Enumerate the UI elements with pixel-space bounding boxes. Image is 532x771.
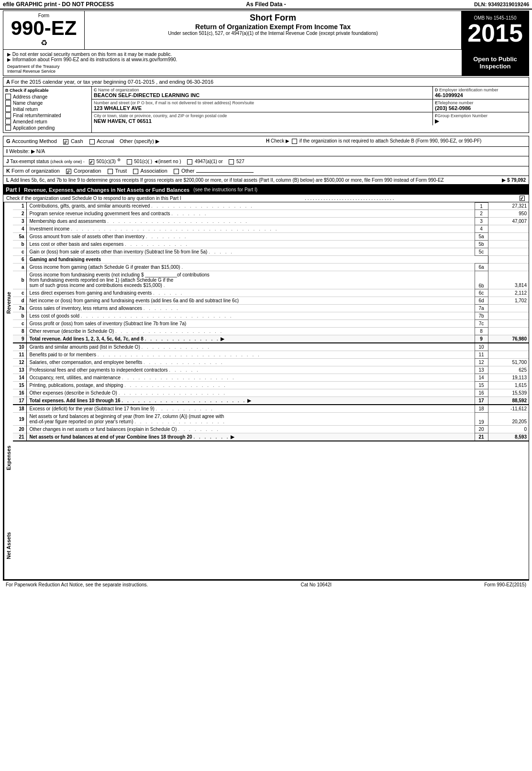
table-row: 8 Other revenue (describe in Schedule O)…: [13, 328, 529, 335]
as-filed-label: As Filed Data -: [246, 1, 286, 8]
527-block: 527: [228, 159, 244, 164]
schedule-o-dots: . . . . . . . . . . . . . . . . . . . . …: [305, 196, 394, 201]
city-block: City or town, state or province, country…: [92, 112, 433, 125]
trust-label: Trust: [115, 168, 127, 174]
section-h: H Check ▶ if the organization is not req…: [266, 138, 526, 144]
ein-value: 46-1099924: [435, 92, 527, 98]
form-org-label: Form of organization: [11, 168, 60, 174]
checkbox-amended-return[interactable]: [5, 119, 11, 124]
table-row: 20 Other changes in net assets or fund b…: [13, 426, 529, 433]
part1-label: Part I: [6, 187, 20, 193]
corp-checkbox[interactable]: ✓: [66, 169, 71, 174]
h-checkbox[interactable]: [292, 139, 297, 144]
schedule-o-checkbox[interactable]: ✓: [520, 196, 525, 201]
form-number: 990-EZ: [5, 18, 82, 38]
check-application-pending[interactable]: Application pending: [5, 125, 89, 131]
table-row: 4 Investment income . . . . . . . . . . …: [13, 225, 529, 233]
social-security-1: ▶ Do not enter social security numbers o…: [7, 52, 458, 57]
501c3-label: 501(c)(3): [96, 159, 116, 164]
other-org-block: Other: [173, 168, 254, 174]
table-row: 2 Program service revenue including gove…: [13, 210, 529, 218]
form-title-short: Short Form: [89, 13, 457, 23]
net-assets-label: Net Assets: [3, 512, 13, 579]
label-address-change: Address change: [13, 94, 47, 99]
501c3-checkbox[interactable]: ✓: [89, 159, 94, 165]
other-org-checkbox[interactable]: [174, 169, 179, 174]
table-content: 1 Contributions, gifts, grants, and simi…: [13, 202, 529, 579]
top-bar-center: As Filed Data -: [178, 1, 354, 8]
accrual-label: Accrual: [97, 138, 114, 144]
form-center-block: Short Form Return of Organization Exempt…: [85, 11, 462, 49]
section-j: J Tax-exempt status (check only one) - ✓…: [3, 156, 529, 166]
section-a-ending: , and ending 06-30-2016: [156, 79, 213, 85]
part1-title: Revenue, Expenses, and Changes in Net As…: [24, 187, 189, 193]
accounting-label: Accounting Method: [12, 138, 57, 144]
checkbox-initial-return[interactable]: [5, 106, 11, 112]
accrual-check-block: Accrual: [89, 138, 116, 144]
section-a: A For the 2015 calendar year, or tax yea…: [3, 77, 529, 87]
checkbox-address-change[interactable]: [5, 94, 11, 99]
cash-checkbox[interactable]: ✓: [63, 139, 68, 144]
expenses-label: Expenses: [3, 403, 13, 512]
check-name-change[interactable]: Name change: [5, 100, 89, 106]
top-bar-left: efile GRAPHIC print - DO NOT PROCESS: [3, 1, 178, 8]
assoc-checkbox[interactable]: [133, 169, 138, 174]
527-checkbox[interactable]: [229, 159, 234, 165]
table-row: 6 Gaming and fundraising events: [13, 256, 529, 264]
table-row: 10 Grants and similar amounts paid (list…: [13, 343, 529, 351]
gh-block: G Accounting Method ✓ Cash Accrual Other…: [3, 136, 529, 147]
check-final-return[interactable]: Final return/terminated: [5, 112, 89, 118]
table-row: 19 Net assets or fund balances at beginn…: [13, 413, 529, 426]
website-arrow: ▶: [31, 148, 35, 154]
section-g: G Accounting Method ✓ Cash Accrual Other…: [6, 138, 266, 144]
table-row: c Less direct expenses from gaming and f…: [13, 289, 529, 297]
table-row: 5a Gross amount from sale of assets othe…: [13, 233, 529, 241]
group-arrow: ▶: [435, 118, 527, 124]
4947-checkbox[interactable]: [187, 159, 192, 165]
527-label: 527: [236, 159, 244, 164]
website-value: N/A: [36, 148, 45, 154]
table-row: 17 Total expenses. Add lines 10 through …: [13, 397, 529, 405]
501c-checkbox[interactable]: [127, 159, 132, 165]
table-row: 21 Net assets or fund balances at end of…: [13, 433, 529, 441]
checkbox-final-return[interactable]: [5, 112, 11, 118]
table-row: 1 Contributions, gifts, grants, and simi…: [13, 202, 529, 210]
table-row: b Less cost of goods sold . . . . . . . …: [13, 312, 529, 320]
form-number-block: Form 990-EZ ♻: [3, 11, 85, 49]
check-address-change[interactable]: Address change: [5, 94, 89, 99]
accrual-checkbox[interactable]: [89, 139, 95, 144]
table-row: 12 Salaries, other compensation, and emp…: [13, 359, 529, 366]
gross-receipts-amount: ▶ $ 79,092: [502, 177, 526, 183]
section-labels-col: Revenue Expenses Net Assets: [3, 202, 13, 579]
revenue-table: 1 Contributions, gifts, grants, and simi…: [13, 202, 529, 442]
501c-label: 501(c)( ): [134, 159, 152, 164]
check-initial-return[interactable]: Initial return: [5, 106, 89, 112]
table-row: 18 Excess or (deficit) for the year (Sub…: [13, 405, 529, 413]
paperwork-notice: For Paperwork Reduction Act Notice, see …: [6, 582, 148, 587]
address-block: Number and street (or P O box, if mail i…: [92, 99, 433, 112]
table-row: d Net income or (loss) from gaming and f…: [13, 297, 529, 305]
address-value: 123 WHALLEY AVE: [94, 105, 431, 111]
table-row: 11 Benefits paid to or for members . . .…: [13, 351, 529, 359]
trust-checkbox[interactable]: [108, 169, 113, 174]
checkbox-application-pending[interactable]: [5, 125, 11, 131]
check-amended-return[interactable]: Amended return: [5, 119, 89, 124]
cd-row: C Name of organization BEACON SELF-DIREC…: [92, 87, 529, 99]
table-row: c Gain or (loss) from sale of assets oth…: [13, 248, 529, 256]
cash-check-block: ✓ Cash: [62, 138, 85, 144]
ein-block: D Employer identification number 46-1099…: [433, 87, 529, 99]
table-row: 14 Occupancy, rent, utilities, and maint…: [13, 374, 529, 382]
trust-block: Trust: [107, 168, 129, 174]
section-k: K Form of organization ✓ Corporation Tru…: [3, 166, 529, 176]
cash-label: Cash: [71, 138, 83, 144]
form-ref: Form 990-EZ(2015): [484, 582, 526, 587]
table-row: 9 Total revenue. Add lines 1, 2, 3, 4, 5…: [13, 335, 529, 343]
tax-label: Tax-exempt status: [10, 159, 49, 164]
city-value: NEW HAVEN, CT 06511: [94, 118, 431, 124]
schedule-o-check-line: Check if the organization used Schedule …: [3, 195, 529, 202]
table-row: b Less cost or other basis and sales exp…: [13, 241, 529, 248]
checkbox-name-change[interactable]: [5, 100, 11, 106]
public-inspection-label: Open to Public Inspection: [465, 55, 526, 70]
check-only-label: (check only one) -: [50, 159, 85, 164]
top-bar: efile GRAPHIC print - DO NOT PROCESS As …: [0, 0, 532, 10]
